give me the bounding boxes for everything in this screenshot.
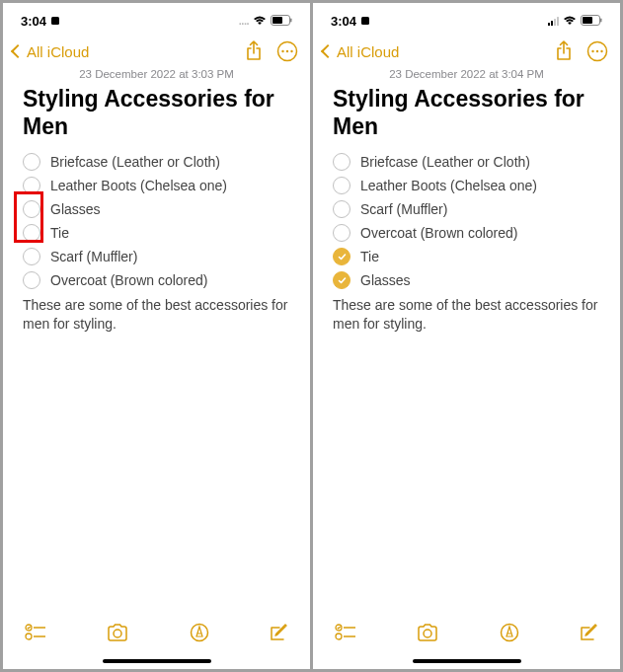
wifi-icon (563, 14, 577, 29)
svg-rect-3 (273, 17, 282, 24)
checklist-item-label: Overcoat (Brown colored) (360, 225, 518, 241)
checklist-item[interactable]: Overcoat (Brown colored) (333, 221, 600, 245)
checklist-item-label: Overcoat (Brown colored) (50, 272, 208, 288)
bottom-toolbar (313, 606, 620, 653)
svg-rect-2 (290, 18, 292, 22)
checklist-item[interactable]: Briefcase (Leather or Cloth) (333, 150, 600, 174)
markup-icon[interactable] (190, 623, 209, 642)
checklist-item[interactable]: Briefcase (Leather or Cloth) (23, 150, 290, 174)
phone-left: 3:04 .... All iCloud (3, 3, 310, 669)
note-content: 23 December 2022 at 3:03 PM Styling Acce… (3, 68, 310, 606)
checklist-item[interactable]: Leather Boots (Chelsea one) (333, 174, 600, 197)
checklist-item[interactable]: Scarf (Muffler) (23, 245, 290, 268)
back-label: All iCloud (27, 43, 89, 60)
checklist-icon[interactable] (25, 624, 46, 641)
share-icon[interactable] (245, 40, 263, 62)
bottom-toolbar (3, 606, 310, 653)
battery-icon (271, 14, 292, 29)
note-timestamp: 23 December 2022 at 3:03 PM (23, 68, 290, 80)
svg-point-20 (596, 50, 598, 52)
check-circle-icon[interactable] (333, 224, 350, 242)
compose-icon[interactable] (579, 623, 598, 642)
checklist-item[interactable]: Tie (333, 245, 600, 268)
checklist: Briefcase (Leather or Cloth)Leather Boot… (333, 150, 600, 292)
checklist-item-label: Scarf (Muffler) (50, 249, 137, 264)
checklist-item[interactable]: Tie (23, 221, 290, 245)
checklist-item-label: Tie (360, 249, 379, 264)
checklist-item[interactable]: Glasses (23, 197, 290, 221)
checklist-item-label: Briefcase (Leather or Cloth) (50, 154, 220, 170)
status-time: 3:04 (21, 14, 46, 29)
svg-point-7 (290, 50, 292, 52)
svg-rect-14 (361, 17, 369, 25)
note-body[interactable]: These are some of the best accessories f… (23, 296, 290, 334)
check-circle-icon[interactable] (333, 153, 350, 171)
checklist-item-label: Glasses (360, 272, 411, 288)
check-circle-icon[interactable] (333, 200, 350, 218)
check-circle-icon[interactable] (23, 271, 40, 289)
checklist-item-label: Scarf (Muffler) (360, 201, 447, 217)
check-circle-icon[interactable] (333, 177, 350, 194)
note-timestamp: 23 December 2022 at 3:04 PM (333, 68, 600, 80)
check-circle-icon[interactable] (333, 248, 350, 265)
share-icon[interactable] (555, 40, 573, 62)
checklist-item[interactable]: Overcoat (Brown colored) (23, 268, 290, 292)
svg-point-21 (600, 50, 602, 52)
camera-icon[interactable] (416, 623, 439, 642)
svg-point-26 (424, 630, 431, 637)
back-label: All iCloud (337, 43, 399, 60)
svg-point-12 (114, 630, 121, 637)
check-circle-icon[interactable] (23, 224, 40, 242)
checklist-icon[interactable] (335, 624, 356, 641)
svg-rect-0 (51, 17, 59, 25)
chevron-left-icon (11, 44, 25, 58)
wifi-icon (253, 14, 267, 29)
back-button[interactable]: All iCloud (13, 43, 89, 60)
home-indicator[interactable] (313, 653, 620, 669)
more-icon[interactable] (586, 40, 608, 62)
home-indicator[interactable] (3, 653, 310, 669)
nav-bar: All iCloud (3, 33, 310, 68)
checklist-item-label: Glasses (50, 201, 101, 217)
checklist-item[interactable]: Leather Boots (Chelsea one) (23, 174, 290, 197)
checklist-item[interactable]: Scarf (Muffler) (333, 197, 600, 221)
cellular-bars-icon (548, 17, 559, 26)
svg-point-24 (336, 634, 342, 639)
check-circle-icon[interactable] (333, 271, 350, 289)
battery-icon (581, 14, 602, 29)
check-circle-icon[interactable] (23, 248, 40, 265)
cellular-dots-icon: .... (239, 15, 249, 27)
note-body[interactable]: These are some of the best accessories f… (333, 296, 600, 334)
status-indicator-icon (50, 14, 60, 29)
note-content: 23 December 2022 at 3:04 PM Styling Acce… (313, 68, 620, 606)
check-circle-icon[interactable] (23, 177, 40, 194)
note-title[interactable]: Styling Accessories for Men (333, 86, 600, 140)
more-icon[interactable] (276, 40, 298, 62)
checklist-item-label: Leather Boots (Chelsea one) (50, 178, 227, 193)
note-title[interactable]: Styling Accessories for Men (23, 86, 290, 140)
phone-right: 3:04 All iCloud (313, 3, 620, 669)
status-bar: 3:04 (313, 3, 620, 33)
svg-point-19 (591, 50, 593, 52)
checklist-item-label: Briefcase (Leather or Cloth) (360, 154, 530, 170)
status-time: 3:04 (331, 14, 356, 29)
nav-bar: All iCloud (313, 33, 620, 68)
svg-rect-17 (583, 17, 592, 24)
compose-icon[interactable] (269, 623, 288, 642)
checklist-item-label: Tie (50, 225, 69, 241)
status-bar: 3:04 .... (3, 3, 310, 33)
back-button[interactable]: All iCloud (323, 43, 399, 60)
svg-point-10 (26, 634, 32, 639)
svg-point-5 (281, 50, 283, 52)
check-circle-icon[interactable] (23, 153, 40, 171)
status-indicator-icon (360, 14, 370, 29)
markup-icon[interactable] (500, 623, 519, 642)
camera-icon[interactable] (106, 623, 129, 642)
checklist-item-label: Leather Boots (Chelsea one) (360, 178, 537, 193)
chevron-left-icon (321, 44, 335, 58)
svg-rect-16 (600, 18, 602, 22)
check-circle-icon[interactable] (23, 200, 40, 218)
svg-point-6 (286, 50, 288, 52)
checklist: Briefcase (Leather or Cloth)Leather Boot… (23, 150, 290, 292)
checklist-item[interactable]: Glasses (333, 268, 600, 292)
